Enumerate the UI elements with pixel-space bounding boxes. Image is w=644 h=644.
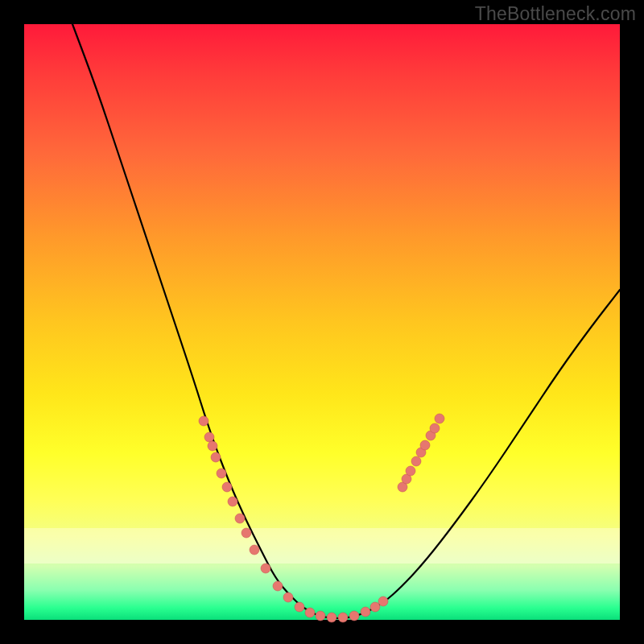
data-dot: [349, 611, 359, 621]
plot-area: [24, 24, 620, 620]
data-dot: [242, 528, 251, 538]
data-dot: [261, 564, 270, 573]
data-dot: [222, 482, 232, 492]
data-dot: [199, 416, 208, 426]
data-dot: [411, 456, 421, 466]
data-dot: [305, 608, 315, 617]
data-dot: [235, 514, 245, 523]
data-dot: [420, 440, 430, 450]
data-dot: [370, 602, 380, 612]
data-dot: [217, 469, 226, 478]
data-dot: [316, 611, 325, 621]
data-dot: [283, 592, 293, 602]
data-dot: [204, 432, 214, 442]
curve-svg: [24, 24, 620, 620]
data-dot: [435, 414, 444, 423]
bottleneck-curve: [72, 24, 620, 618]
data-dot: [228, 497, 237, 506]
data-dot: [295, 602, 304, 612]
data-dot: [430, 423, 440, 433]
data-dot: [273, 581, 283, 591]
data-dots: [199, 414, 444, 622]
data-dot: [208, 441, 217, 451]
data-dot: [338, 613, 348, 622]
data-dot: [327, 613, 336, 622]
attribution-text: TheBottleneck.com: [475, 3, 636, 25]
data-dot: [250, 545, 259, 555]
data-dot: [361, 607, 370, 617]
data-dot: [211, 452, 221, 462]
data-dot: [406, 466, 415, 476]
chart-frame: TheBottleneck.com: [0, 0, 644, 644]
data-dot: [378, 597, 388, 606]
